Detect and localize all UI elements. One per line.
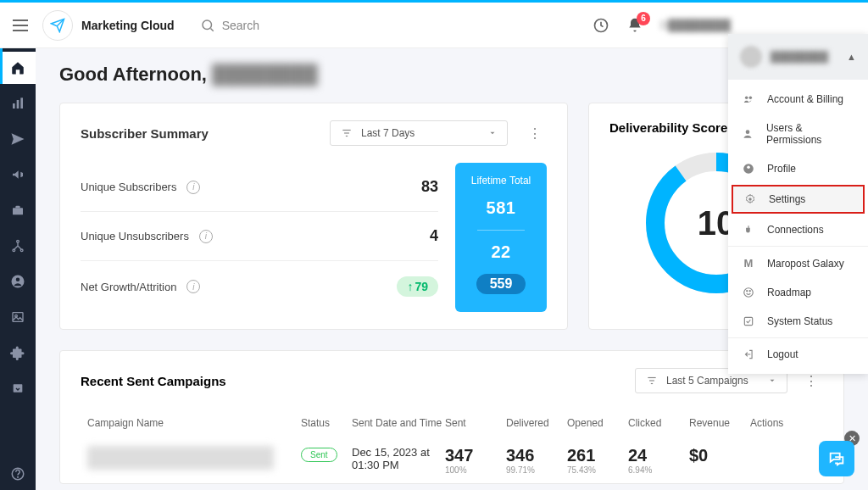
- lifetime-unsubscribers: 22: [491, 242, 510, 262]
- campaigns-table-header: Campaign Name Status Sent Date and Time …: [81, 409, 823, 437]
- info-icon[interactable]: i: [199, 230, 213, 243]
- greeting-text: Good Afternoon, ████████: [59, 64, 844, 86]
- svg-point-26: [749, 97, 753, 100]
- info-icon[interactable]: i: [186, 181, 200, 194]
- menu-label: Settings: [769, 193, 805, 205]
- greeting-prefix: Good Afternoon,: [59, 64, 212, 85]
- recent-campaigns-title: Recent Sent Campaigns: [81, 374, 226, 388]
- profile-icon: [742, 163, 755, 175]
- row-label: Unique Unsubscribers: [81, 230, 189, 242]
- sidebar-item-image[interactable]: [0, 301, 36, 333]
- brand: Marketing Cloud: [42, 10, 175, 41]
- row-value: 83: [421, 178, 438, 196]
- cell-sent: 347: [445, 446, 506, 465]
- subscriber-summary-card: Subscriber Summary Last 7 Days ⋮ Uni: [59, 103, 568, 330]
- greeting-username: ████████: [212, 64, 318, 85]
- info-icon[interactable]: i: [186, 280, 200, 293]
- menu-item-users-permissions[interactable]: Users & Permissions: [728, 114, 868, 154]
- sidebar-item-user[interactable]: [0, 265, 36, 298]
- menu-item-system-status[interactable]: System Status: [728, 307, 868, 336]
- sidebar-item-analytics[interactable]: [0, 87, 36, 120]
- search-icon: [200, 18, 215, 33]
- sidebar-item-home[interactable]: [0, 52, 36, 84]
- cell-clicked-pct: 6.94%: [628, 465, 689, 475]
- recent-campaigns-card: Recent Sent Campaigns Last 5 Campaigns ⋮…: [59, 350, 844, 484]
- search-placeholder: Search: [222, 19, 259, 32]
- svg-rect-34: [744, 317, 752, 325]
- svg-point-33: [749, 291, 750, 292]
- col-header: Sent: [445, 417, 506, 429]
- subscriber-filter-select[interactable]: Last 7 Days: [330, 120, 508, 146]
- plug-icon: [742, 224, 755, 236]
- row-label: Net Growth/Attrition: [81, 281, 176, 293]
- lifetime-net: 559: [476, 274, 526, 294]
- menu-item-profile[interactable]: Profile: [728, 154, 868, 183]
- chat-fab-button[interactable]: [819, 441, 854, 476]
- clock-icon[interactable]: [593, 17, 609, 34]
- sidebar-item-archive[interactable]: [0, 372, 36, 404]
- svg-point-30: [748, 198, 752, 201]
- sidebar-item-branch[interactable]: [0, 230, 36, 262]
- sidebar-item-help[interactable]: [0, 458, 36, 490]
- col-header: Campaign Name: [81, 417, 301, 429]
- chevron-down-icon: [488, 129, 497, 137]
- growth-pill: ↑ 79: [397, 276, 438, 297]
- menu-item-account-billing[interactable]: Account & Billing: [728, 85, 868, 114]
- menu-label: Logout: [767, 348, 798, 360]
- cell-date: Dec 15, 2023 at 01:30 PM: [352, 446, 445, 471]
- row-value: 4: [430, 227, 438, 245]
- account-icon: [742, 93, 755, 105]
- col-header: Sent Date and Time: [352, 417, 445, 429]
- svg-point-31: [744, 288, 754, 298]
- menu-item-galaxy[interactable]: MMaropost Galaxy: [728, 248, 868, 278]
- svg-point-8: [13, 249, 15, 252]
- filter-icon: [341, 127, 353, 139]
- sidebar-nav: [0, 48, 36, 490]
- col-header: Clicked: [628, 417, 689, 429]
- cell-clicked: 24: [628, 446, 689, 465]
- cell-sent-pct: 100%: [445, 465, 506, 475]
- chevron-up-icon: ▲: [847, 52, 856, 62]
- user-menu-dropdown: ████████ ▲ Account & Billing Users & Per…: [728, 34, 868, 374]
- sidebar-item-extension[interactable]: [0, 337, 36, 369]
- header-actions: 6 D████████: [593, 17, 731, 34]
- menu-label: Users & Permissions: [766, 122, 854, 146]
- menu-label: Account & Billing: [767, 93, 843, 105]
- campaign-name-redacted: [87, 446, 274, 470]
- search-input[interactable]: Search: [200, 18, 593, 33]
- cell-opened: 261: [567, 446, 628, 465]
- sidebar-item-send[interactable]: [0, 123, 36, 155]
- cell-opened-pct: 75.43%: [567, 465, 628, 475]
- svg-point-27: [746, 130, 750, 134]
- col-header: Status: [301, 417, 352, 429]
- brand-name: Marketing Cloud: [81, 19, 175, 32]
- sidebar-item-briefcase[interactable]: [0, 194, 36, 226]
- col-header: Actions: [750, 417, 801, 429]
- menu-item-logout[interactable]: Logout: [728, 340, 868, 369]
- user-name-redacted: ████████: [771, 51, 838, 63]
- campaigns-filter-label: Last 5 Campaigns: [666, 375, 748, 387]
- user-menu-header[interactable]: ████████ ▲: [728, 34, 868, 80]
- col-header: Delivered: [506, 417, 567, 429]
- notification-badge: 6: [637, 12, 650, 25]
- menu-item-roadmap[interactable]: Roadmap: [728, 278, 868, 307]
- cell-delivered-pct: 99.71%: [506, 465, 567, 475]
- menu-item-connections[interactable]: Connections: [728, 215, 868, 244]
- notifications-icon[interactable]: 6: [626, 17, 643, 34]
- table-row: Unique Unsubscribersi 4: [81, 212, 438, 261]
- menu-label: Profile: [767, 163, 796, 175]
- svg-point-16: [18, 476, 19, 477]
- col-header: Opened: [567, 417, 628, 429]
- campaigns-more-icon[interactable]: ⋮: [799, 373, 823, 389]
- sidebar-item-announce[interactable]: [0, 159, 36, 191]
- svg-rect-5: [20, 97, 23, 109]
- menu-label: Maropost Galaxy: [767, 258, 844, 270]
- hamburger-menu-icon[interactable]: [10, 15, 31, 36]
- growth-value: 79: [415, 280, 428, 293]
- svg-point-25: [745, 97, 748, 100]
- lifetime-total-panel: Lifetime Total 581 22 559: [455, 163, 547, 312]
- menu-item-settings[interactable]: Settings: [732, 185, 865, 214]
- svg-rect-4: [17, 100, 19, 109]
- subscriber-more-icon[interactable]: ⋮: [523, 125, 547, 142]
- svg-point-9: [20, 249, 23, 252]
